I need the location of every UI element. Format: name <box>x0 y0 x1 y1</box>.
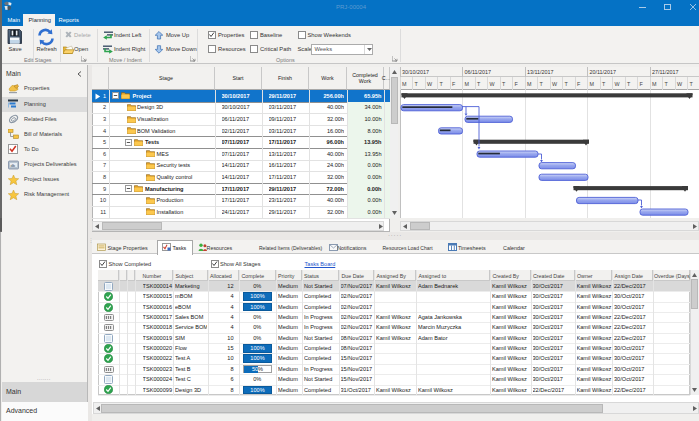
svg-text:db: db <box>11 162 16 167</box>
